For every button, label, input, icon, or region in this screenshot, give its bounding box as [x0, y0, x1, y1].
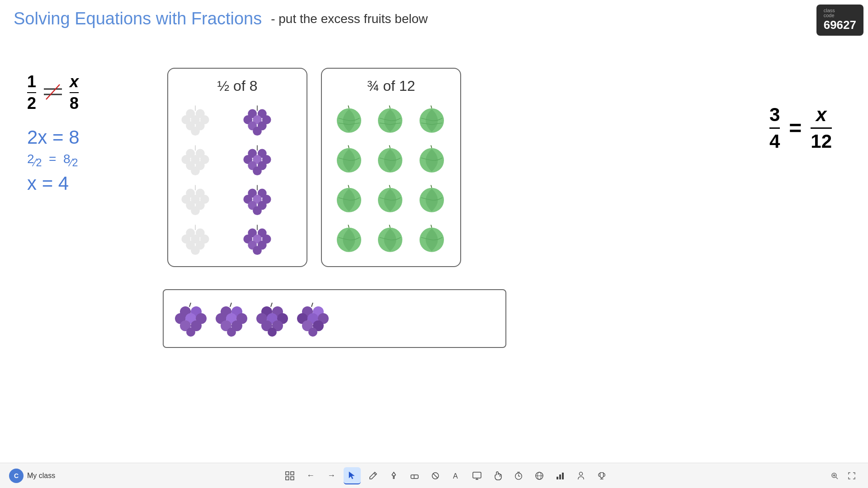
svg-point-29 — [191, 166, 200, 175]
melon-7 — [331, 181, 367, 217]
svg-point-20 — [253, 127, 262, 136]
svg-rect-159 — [562, 473, 564, 479]
fraction-numerator: 1 — [27, 72, 36, 91]
svg-line-2 — [46, 84, 60, 99]
fraction-boxes-container: ½ of 8 — [167, 68, 461, 267]
melon-3 — [414, 102, 450, 138]
hw-step3: x = 4 — [27, 173, 172, 194]
left-math-area: 1 2 x 8 2x = 8 2∕2 = 8∕2 x = 4 — [27, 72, 172, 194]
person-button[interactable] — [572, 467, 590, 484]
grape-gray-4 — [177, 221, 213, 257]
header: Solving Equations with Fractions - put t… — [0, 0, 868, 38]
melon-1 — [331, 102, 367, 138]
svg-line-88 — [348, 185, 349, 188]
svg-point-47 — [191, 206, 200, 215]
svg-line-96 — [390, 225, 391, 228]
cursor-button[interactable] — [344, 467, 361, 484]
svg-rect-135 — [286, 472, 289, 475]
pen-button[interactable] — [364, 467, 382, 484]
svg-line-86 — [431, 145, 432, 148]
eraser-button[interactable] — [406, 467, 423, 484]
svg-line-92 — [431, 185, 432, 188]
right-math: 3 4 = x 12 — [769, 104, 832, 152]
hw-step2: 2∕2 = 8∕2 — [27, 152, 172, 169]
toolbar-left: C My class — [9, 469, 55, 483]
right-fraction-line — [769, 127, 780, 129]
grid-button[interactable] — [281, 467, 298, 484]
svg-line-78 — [390, 106, 391, 108]
grape-gray-2 — [177, 141, 213, 178]
box1-title: ½ of 8 — [177, 78, 297, 94]
melon-4 — [331, 141, 367, 178]
svg-rect-136 — [291, 472, 294, 475]
toolbar: C My class ← → A — [0, 463, 868, 488]
svg-line-90 — [390, 185, 391, 188]
trophy-button[interactable] — [593, 467, 610, 484]
svg-point-116 — [227, 328, 236, 337]
hw-step1: 2x = 8 — [27, 127, 172, 148]
forward-button[interactable]: → — [323, 467, 340, 484]
svg-rect-138 — [291, 477, 294, 480]
svg-point-38 — [253, 166, 262, 175]
svg-line-126 — [311, 303, 313, 307]
svg-rect-137 — [286, 477, 289, 480]
melon-10 — [331, 221, 367, 257]
grape-gray-3 — [177, 181, 213, 217]
grape-purple-1 — [239, 102, 275, 138]
svg-line-99 — [189, 303, 191, 307]
svg-point-160 — [580, 472, 583, 475]
excess-box — [163, 289, 506, 348]
svg-line-82 — [348, 145, 349, 148]
excess-grape-2 — [213, 300, 250, 337]
grape-purple-3 — [239, 181, 275, 217]
svg-line-80 — [431, 106, 432, 108]
fraction-equation: 1 2 x 8 — [27, 72, 172, 113]
my-class-icon: C — [9, 469, 24, 483]
melon-11 — [372, 221, 408, 257]
svg-line-117 — [271, 303, 272, 307]
timer-button[interactable] — [510, 467, 527, 484]
svg-line-84 — [390, 145, 391, 148]
svg-point-56 — [253, 206, 262, 215]
melon-8 — [372, 181, 408, 217]
melon-12 — [414, 221, 450, 257]
toolbar-right — [827, 469, 859, 483]
subtitle: - put the excess fruits below — [271, 12, 428, 26]
melon-9 — [414, 181, 450, 217]
right-fraction-x-over-12: x 12 — [811, 104, 832, 152]
svg-point-11 — [191, 127, 200, 136]
fullscreen-button[interactable] — [844, 469, 859, 483]
svg-point-125 — [268, 328, 277, 337]
fraction-x-over-8: x 8 — [70, 72, 79, 113]
melon-6 — [414, 141, 450, 178]
back-button[interactable]: ← — [302, 467, 319, 484]
svg-point-74 — [253, 246, 262, 255]
chart-button[interactable] — [552, 467, 569, 484]
excess-grape-3 — [254, 300, 290, 337]
zoom-button[interactable] — [827, 469, 842, 483]
handwriting-steps: 2x = 8 2∕2 = 8∕2 x = 4 — [27, 127, 172, 194]
hand-button[interactable] — [489, 467, 506, 484]
screen-button[interactable] — [468, 467, 486, 484]
melon-2 — [372, 102, 408, 138]
grape-gray-1 — [177, 102, 213, 138]
svg-text:A: A — [453, 472, 458, 480]
fraction-half: 1 2 — [27, 72, 36, 113]
text-button[interactable]: A — [448, 467, 465, 484]
fraction-box-three-quarters: ¾ of 12 — [321, 68, 461, 267]
excess-grape-1 — [173, 300, 209, 337]
highlighter-button[interactable] — [385, 467, 402, 484]
fraction-x-num: x — [70, 72, 79, 91]
svg-line-145 — [433, 474, 438, 478]
page-title: Solving Equations with Fractions — [14, 9, 262, 28]
svg-rect-142 — [411, 475, 418, 479]
globe-button[interactable] — [531, 467, 548, 484]
fraction-8-den: 8 — [70, 94, 79, 113]
svg-rect-147 — [473, 472, 481, 478]
svg-point-107 — [186, 328, 195, 337]
fraction-denominator: 2 — [27, 94, 36, 113]
fraction-line2 — [70, 92, 79, 93]
right-fraction-line2 — [811, 127, 832, 129]
svg-line-139 — [374, 473, 376, 475]
shape-eraser-button[interactable] — [427, 467, 444, 484]
